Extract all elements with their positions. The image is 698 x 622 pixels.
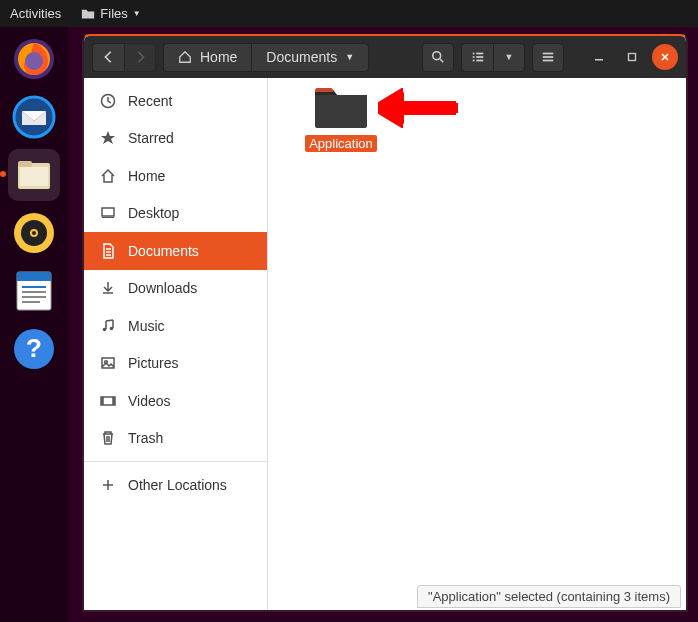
sidebar-item-documents[interactable]: Documents <box>84 232 267 270</box>
svg-rect-25 <box>472 60 474 62</box>
svg-rect-22 <box>476 53 483 55</box>
svg-rect-26 <box>476 60 483 62</box>
path-home[interactable]: Home <box>163 43 251 72</box>
path-home-label: Home <box>200 49 237 65</box>
folder-application[interactable]: Application <box>298 84 384 152</box>
forward-button[interactable] <box>124 43 156 72</box>
star-icon <box>100 130 116 146</box>
view-controls: ▼ <box>461 43 525 72</box>
minimize-icon <box>594 52 604 62</box>
files-icon <box>81 7 95 21</box>
download-icon <box>100 280 116 296</box>
video-icon <box>100 393 116 409</box>
trash-icon <box>100 430 116 446</box>
sidebar-divider <box>84 461 267 462</box>
content-area: Recent Starred Home Desktop Documents Do… <box>84 78 686 610</box>
sidebar-item-videos[interactable]: Videos <box>84 382 267 420</box>
sidebar-item-downloads[interactable]: Downloads <box>84 270 267 308</box>
svg-rect-13 <box>17 272 51 281</box>
hamburger-button[interactable] <box>532 43 564 72</box>
gnome-topbar: Activities Files ▼ <box>0 0 698 27</box>
sidebar-item-label: Starred <box>128 130 174 146</box>
sidebar-item-desktop[interactable]: Desktop <box>84 195 267 233</box>
svg-rect-30 <box>595 59 603 61</box>
sidebar-item-label: Recent <box>128 93 172 109</box>
sidebar-item-pictures[interactable]: Pictures <box>84 345 267 383</box>
svg-rect-6 <box>18 161 32 167</box>
sidebar-item-starred[interactable]: Starred <box>84 120 267 158</box>
picture-icon <box>100 355 116 371</box>
path-bar: Home Documents ▼ <box>163 43 369 72</box>
svg-rect-28 <box>543 56 554 58</box>
clock-icon <box>100 93 116 109</box>
svg-point-11 <box>32 231 36 235</box>
chevron-left-icon <box>102 50 116 64</box>
plus-icon <box>100 477 116 493</box>
sidebar-item-label: Documents <box>128 243 199 259</box>
list-view-button[interactable] <box>461 43 493 72</box>
sidebar-item-label: Home <box>128 168 165 184</box>
dock-thunderbird[interactable] <box>8 91 60 143</box>
svg-rect-14 <box>22 286 46 288</box>
sidebar-item-label: Pictures <box>128 355 179 371</box>
files-menu-label: Files <box>100 6 127 21</box>
sidebar-item-label: Videos <box>128 393 171 409</box>
svg-rect-37 <box>102 358 114 368</box>
music-icon <box>100 318 116 334</box>
dock: ? <box>0 27 68 622</box>
dock-firefox[interactable] <box>8 33 60 85</box>
file-manager-window: Home Documents ▼ ▼ <box>82 34 688 612</box>
dock-help[interactable]: ? <box>8 323 60 375</box>
maximize-icon <box>627 52 637 62</box>
sidebar-item-label: Other Locations <box>128 477 227 493</box>
svg-rect-41 <box>400 101 456 115</box>
folder-icon <box>313 84 369 130</box>
files-menu[interactable]: Files ▼ <box>81 6 140 21</box>
minimize-button[interactable] <box>586 44 612 70</box>
svg-rect-27 <box>543 53 554 55</box>
sidebar-item-label: Music <box>128 318 165 334</box>
svg-rect-31 <box>629 54 636 61</box>
desktop-icon <box>100 205 116 221</box>
home-icon <box>178 50 192 64</box>
sidebar-item-trash[interactable]: Trash <box>84 420 267 458</box>
svg-rect-34 <box>102 217 114 218</box>
search-icon <box>431 50 445 64</box>
close-button[interactable] <box>652 44 678 70</box>
path-current[interactable]: Documents ▼ <box>251 43 369 72</box>
path-current-label: Documents <box>266 49 337 65</box>
dock-rhythmbox[interactable] <box>8 207 60 259</box>
sidebar: Recent Starred Home Desktop Documents Do… <box>84 78 268 610</box>
svg-rect-21 <box>472 53 474 55</box>
nav-buttons <box>92 43 156 72</box>
status-text: "Application" selected (containing 3 ite… <box>428 589 670 604</box>
status-bar: "Application" selected (containing 3 ite… <box>417 585 681 608</box>
sidebar-item-other-locations[interactable]: Other Locations <box>84 466 267 504</box>
file-pane[interactable]: Application "Application" selected (cont… <box>268 78 686 610</box>
folder-label: Application <box>305 135 377 152</box>
svg-point-36 <box>110 326 114 330</box>
titlebar: Home Documents ▼ ▼ <box>84 36 686 78</box>
svg-point-2 <box>25 52 43 70</box>
svg-point-35 <box>103 327 107 331</box>
activities-label: Activities <box>10 6 61 21</box>
home-icon <box>100 168 116 184</box>
dock-files[interactable] <box>8 149 60 201</box>
activities-button[interactable]: Activities <box>10 6 61 21</box>
svg-rect-17 <box>22 301 40 303</box>
view-dropdown-button[interactable]: ▼ <box>493 43 525 72</box>
annotation-arrow <box>378 88 458 128</box>
dock-writer[interactable] <box>8 265 60 317</box>
svg-point-20 <box>433 52 441 60</box>
sidebar-item-music[interactable]: Music <box>84 307 267 345</box>
sidebar-item-home[interactable]: Home <box>84 157 267 195</box>
dropdown-arrow-icon: ▼ <box>133 9 141 18</box>
close-icon <box>660 52 670 62</box>
svg-rect-29 <box>543 60 554 62</box>
hamburger-icon <box>541 50 555 64</box>
back-button[interactable] <box>92 43 124 72</box>
search-button[interactable] <box>422 43 454 72</box>
sidebar-item-recent[interactable]: Recent <box>84 82 267 120</box>
maximize-button[interactable] <box>619 44 645 70</box>
svg-rect-23 <box>472 56 474 58</box>
